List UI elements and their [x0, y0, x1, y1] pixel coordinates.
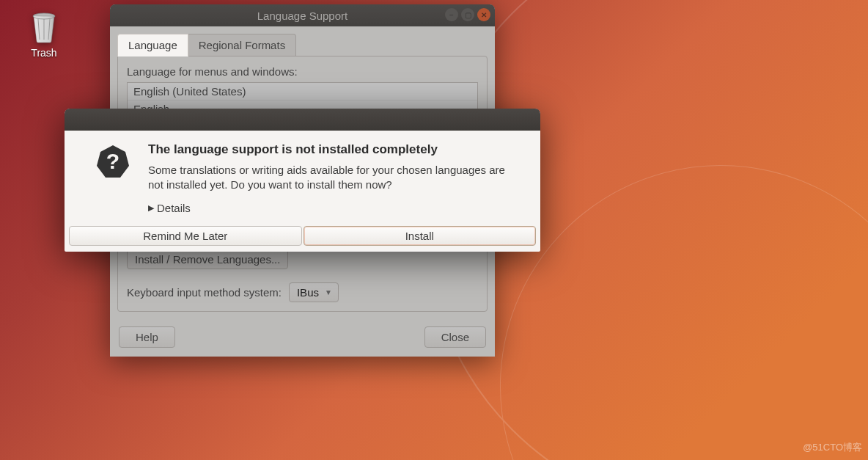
dialog-body-text: Some translations or writing aids availa… [148, 163, 520, 193]
menus-label: Language for menus and windows: [127, 65, 478, 78]
close-window-button[interactable]: ✕ [477, 8, 490, 21]
svg-text:?: ? [106, 149, 119, 173]
details-toggle[interactable]: ▶ Details [148, 202, 191, 214]
keyboard-input-value: IBus [297, 286, 319, 299]
trash-label: Trash [23, 47, 65, 59]
remind-me-later-button[interactable]: Remind Me Later [69, 226, 302, 246]
maximize-button[interactable]: ▢ [461, 8, 474, 21]
install-language-support-dialog: ? The language support is not installed … [65, 109, 540, 252]
keyboard-input-select[interactable]: IBus ▼ [289, 282, 339, 302]
tab-language[interactable]: Language [117, 34, 188, 56]
tab-regional-formats[interactable]: Regional Formats [188, 34, 296, 56]
titlebar[interactable]: Language Support − ▢ ✕ [110, 4, 495, 26]
trash-desktop-icon[interactable]: Trash [23, 9, 65, 59]
dialog-titlebar[interactable] [65, 109, 540, 131]
minimize-button[interactable]: − [445, 8, 458, 21]
close-button[interactable]: Close [424, 326, 486, 348]
details-label: Details [157, 202, 191, 214]
question-icon: ? [94, 142, 132, 214]
trash-icon [29, 9, 59, 44]
chevron-down-icon: ▼ [325, 288, 332, 296]
list-item[interactable]: English (United States) [128, 83, 477, 101]
help-button[interactable]: Help [119, 326, 175, 348]
install-remove-languages-button[interactable]: Install / Remove Languages... [127, 249, 288, 269]
watermark: @51CTO博客 [803, 441, 862, 454]
dialog-heading: The language support is not installed co… [148, 142, 520, 157]
install-button[interactable]: Install [304, 226, 537, 246]
keyboard-label: Keyboard input method system: [127, 286, 282, 299]
window-title: Language Support [257, 10, 347, 22]
tabs: Language Regional Formats [117, 34, 488, 56]
triangle-right-icon: ▶ [148, 203, 154, 213]
